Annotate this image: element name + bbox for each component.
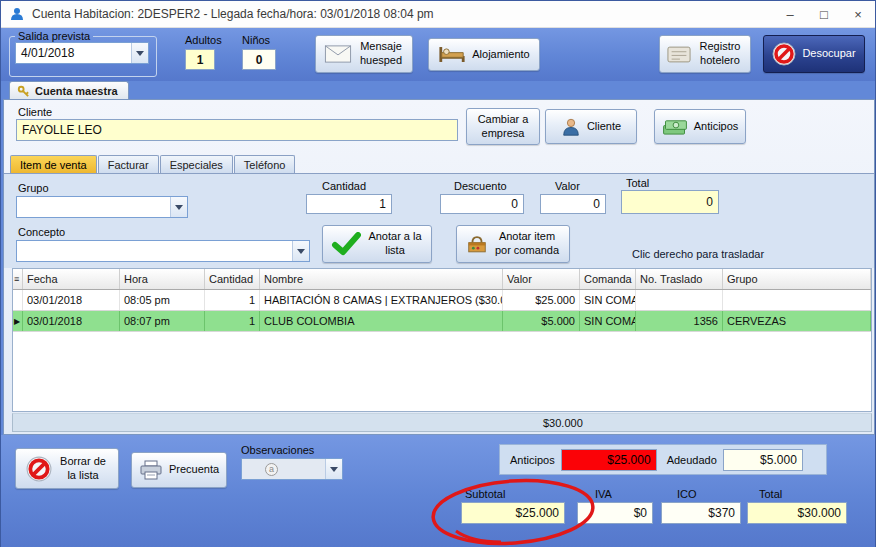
chevron-down-icon[interactable]	[170, 197, 187, 217]
tabstrip: Item de venta Facturar Especiales Teléfo…	[10, 155, 295, 174]
cell-hora: 08:05 pm	[120, 290, 205, 310]
traslado-hint: Clic derecho para trasladar	[632, 248, 764, 260]
total-field[interactable]: 0	[621, 190, 719, 214]
adultos-field[interactable]: 1	[185, 49, 215, 70]
grupo-combo[interactable]	[16, 196, 188, 218]
cell-nombre: CLUB COLOMBIA	[260, 311, 503, 331]
cambiar-empresa-label: Cambiar a empresa	[473, 113, 533, 141]
concepto-label: Concepto	[18, 226, 65, 238]
valor-label: Valor	[555, 180, 580, 192]
printer-icon	[139, 460, 163, 480]
grid-icon: ≡	[13, 269, 23, 289]
chevron-down-icon[interactable]	[292, 241, 309, 261]
person-icon	[561, 117, 581, 137]
valor-field[interactable]: 0	[540, 194, 606, 214]
circled-a-icon: a	[265, 463, 278, 476]
salida-prevista-label: Salida prevista	[15, 30, 93, 42]
subtotal-field: $25.000	[461, 502, 565, 524]
table-row[interactable]: 03/01/2018 08:05 pm 1 HABITACIÓN 8 CAMAS…	[13, 290, 871, 311]
close-button[interactable]: ×	[841, 1, 875, 27]
salida-prevista-combo[interactable]: 4/01/2018	[15, 42, 149, 64]
cell-fecha: 03/01/2018	[23, 311, 120, 331]
col-hora[interactable]: Hora	[120, 269, 205, 289]
cliente-label: Cliente	[18, 106, 52, 118]
minimize-button[interactable]: –	[773, 1, 807, 27]
col-cantidad[interactable]: Cantidad	[205, 269, 260, 289]
cell-comanda: SIN COMA	[580, 311, 636, 331]
cliente-button-label: Cliente	[587, 120, 621, 134]
salida-prevista-group: Salida prevista 4/01/2018	[9, 30, 157, 77]
table-total-value: $30.000	[543, 417, 583, 429]
basket-icon	[466, 234, 488, 255]
cambiar-empresa-button[interactable]: Cambiar a empresa	[466, 108, 540, 145]
alojamiento-label: Alojamiento	[472, 48, 529, 62]
descuento-field[interactable]: 0	[440, 194, 524, 214]
chevron-down-icon[interactable]	[325, 459, 342, 479]
bed-icon	[438, 45, 466, 64]
tab-item-de-venta[interactable]: Item de venta	[10, 155, 97, 174]
col-comanda[interactable]: Comanda	[580, 269, 636, 289]
col-no-traslado[interactable]: No. Traslado	[636, 269, 723, 289]
registro-hotelero-button[interactable]: Registro hotelero	[659, 35, 751, 73]
key-icon	[17, 85, 30, 98]
ico-field: $370	[661, 502, 741, 524]
adultos-group: Adultos 1	[185, 34, 222, 70]
anotar-comanda-button[interactable]: Anotar item por comanda	[456, 225, 570, 263]
mensaje-huesped-button[interactable]: Mensaje huesped	[315, 35, 413, 73]
precuenta-label: Precuenta	[169, 463, 219, 477]
app-window: Cuenta Habitacion: 2DESPER2 - Llegada fe…	[0, 0, 876, 547]
anotar-lista-button[interactable]: Anotar a la lista	[322, 225, 432, 263]
item-venta-form: Grupo Cantidad 1 Descuento 0 Valor 0 Tot…	[4, 173, 874, 268]
chevron-down-icon[interactable]	[131, 43, 148, 63]
tab-especiales[interactable]: Especiales	[160, 155, 233, 174]
footer: Borrar de la lista Precuenta Observacion…	[1, 435, 875, 547]
tab-facturar[interactable]: Facturar	[98, 155, 159, 174]
concepto-combo[interactable]	[16, 240, 310, 262]
col-grupo[interactable]: Grupo	[723, 269, 871, 289]
col-valor[interactable]: Valor	[503, 269, 580, 289]
cell-valor: $25.000	[503, 290, 580, 310]
balance-panel: Anticipos $25.000 Adeudado $5.000	[499, 444, 827, 475]
ninos-field[interactable]: 0	[242, 49, 276, 70]
anotar-comanda-label: Anotar item por comanda	[494, 230, 560, 258]
alojamiento-button[interactable]: Alojamiento	[428, 38, 540, 71]
cell-fecha: 03/01/2018	[23, 290, 120, 310]
col-fecha[interactable]: Fecha	[23, 269, 120, 289]
check-icon	[331, 232, 361, 256]
anticipos-button[interactable]: Anticipos	[654, 109, 746, 144]
desocupar-button[interactable]: Desocupar	[763, 35, 865, 73]
subtotal-label: Subtotal	[465, 488, 505, 500]
registro-hotelero-label: Registro hotelero	[697, 40, 743, 68]
titlebar: Cuenta Habitacion: 2DESPER2 - Llegada fe…	[1, 1, 875, 28]
table-header: ≡ Fecha Hora Cantidad Nombre Valor Coman…	[13, 269, 871, 290]
ninos-group: Niños 0	[242, 34, 276, 70]
toolbar: Salida prevista 4/01/2018 Adultos 1 Niño…	[1, 28, 875, 81]
cell-cantidad: 1	[205, 290, 260, 310]
table-total-strip: $30.000	[12, 413, 872, 432]
maximize-button[interactable]: □	[807, 1, 841, 27]
adultos-label: Adultos	[185, 34, 222, 46]
cliente-field[interactable]: FAYOLLE LEO	[16, 119, 458, 141]
col-nombre[interactable]: Nombre	[260, 269, 503, 289]
cell-nombre: HABITACIÓN 8 CAMAS | EXTRANJEROS ($30.00…	[260, 290, 503, 310]
window-controls: – □ ×	[773, 1, 875, 27]
precuenta-button[interactable]: Precuenta	[131, 452, 227, 488]
no-entry-icon	[26, 456, 52, 482]
table-row-selected[interactable]: ▶ 03/01/2018 08:07 pm 1 CLUB COLOMBIA $5…	[13, 311, 871, 332]
cell-valor: $5.000	[503, 311, 580, 331]
no-entry-icon	[772, 42, 796, 66]
cell-grupo: CERVEZAS	[723, 311, 871, 331]
tab-cuenta-maestra[interactable]: Cuenta maestra	[9, 81, 129, 100]
tab-telefono[interactable]: Teléfono	[234, 155, 296, 174]
cell-hora: 08:07 pm	[120, 311, 205, 331]
borrar-lista-label: Borrar de la lista	[58, 455, 108, 483]
descuento-label: Descuento	[454, 180, 507, 192]
grupo-label: Grupo	[18, 182, 49, 194]
cantidad-field[interactable]: 1	[306, 194, 392, 214]
cliente-button[interactable]: Cliente	[545, 109, 637, 144]
cell-grupo	[723, 290, 871, 310]
borrar-lista-button[interactable]: Borrar de la lista	[15, 448, 119, 489]
observaciones-combo[interactable]: a	[241, 458, 343, 480]
ico-label: ICO	[677, 488, 697, 500]
cell-no-traslado	[636, 290, 723, 310]
